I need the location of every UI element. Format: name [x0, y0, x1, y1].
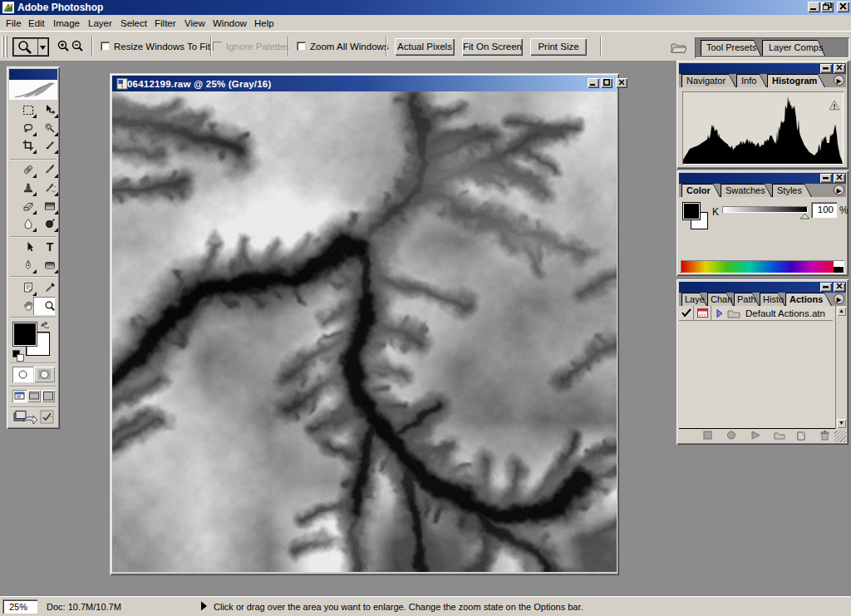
- svg-text:T: T: [46, 241, 53, 253]
